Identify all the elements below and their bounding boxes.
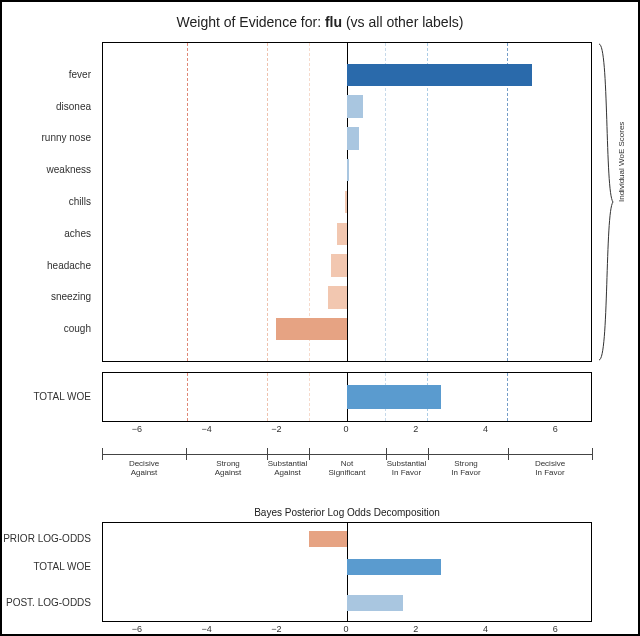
x-tick: 6 (553, 424, 558, 434)
x-tick: −6 (132, 424, 142, 434)
ref-line (507, 373, 508, 421)
ref-line (267, 373, 268, 421)
x-tick: −4 (201, 424, 211, 434)
category-label: weakness (47, 164, 91, 175)
bar (331, 254, 347, 276)
ref-line (427, 43, 428, 361)
qual-label: DecisiveAgainst (109, 460, 179, 478)
ref-line (267, 43, 268, 361)
category-label: fever (69, 68, 91, 79)
x-tick: 0 (343, 624, 348, 634)
category-label: PRIOR LOG-ODDS (3, 533, 91, 544)
category-label: sneezing (51, 291, 91, 302)
x-tick: −2 (271, 624, 281, 634)
ref-line (507, 43, 508, 361)
bar (347, 64, 532, 86)
bar (345, 191, 347, 213)
decomposition-chart (102, 522, 592, 622)
x-tick: 4 (483, 424, 488, 434)
figure-frame: Weight of Evidence for: flu (vs all othe… (0, 0, 640, 636)
page-title: Weight of Evidence for: flu (vs all othe… (2, 14, 638, 30)
category-label: chills (69, 196, 91, 207)
qualitative-axis: DecisiveAgainstStrongAgainstSubstantialA… (102, 454, 592, 484)
ref-line (309, 373, 310, 421)
category-label: disonea (56, 100, 91, 111)
x-tick: −6 (132, 624, 142, 634)
bar (337, 223, 347, 245)
category-label: aches (64, 227, 91, 238)
qual-label: DecisiveIn Favor (515, 460, 585, 478)
qual-seg (102, 448, 103, 460)
total-woe-chart (102, 372, 592, 422)
category-label: headache (47, 259, 91, 270)
bar (347, 595, 403, 612)
decomposition-title: Bayes Posterior Log Odds Decomposition (102, 507, 592, 518)
x-tick: 0 (343, 424, 348, 434)
title-label: flu (325, 14, 342, 30)
x-tick: 6 (553, 624, 558, 634)
category-label: cough (64, 323, 91, 334)
bar (347, 127, 359, 149)
bar (347, 385, 441, 409)
ref-line (309, 43, 310, 361)
ref-line (385, 43, 386, 361)
x-tick: 2 (413, 424, 418, 434)
category-label: POST. LOG-ODDS (6, 597, 91, 608)
qual-seg (186, 448, 187, 460)
title-prefix: Weight of Evidence for: (177, 14, 325, 30)
x-tick: 2 (413, 624, 418, 634)
bar (309, 531, 347, 548)
bracket-icon (597, 42, 615, 362)
qual-label: StrongIn Favor (431, 460, 501, 478)
bar (347, 159, 349, 181)
category-label: runny nose (42, 132, 91, 143)
bar (276, 318, 347, 340)
category-label: TOTAL WOE (33, 391, 91, 402)
bracket-label: Individual WoE Scores (617, 122, 626, 202)
ref-line (187, 43, 188, 361)
ref-line (187, 373, 188, 421)
x-tick: −4 (201, 624, 211, 634)
qual-seg (309, 448, 310, 460)
bar (347, 559, 441, 576)
category-label: TOTAL WOE (33, 561, 91, 572)
woe-bar-chart (102, 42, 592, 362)
qual-seg (592, 448, 593, 460)
bar (347, 95, 363, 117)
qual-seg (428, 448, 429, 460)
zero-line (347, 43, 348, 361)
qual-seg (508, 448, 509, 460)
bar (328, 286, 347, 308)
x-tick: 4 (483, 624, 488, 634)
title-suffix: (vs all other labels) (342, 14, 463, 30)
x-tick: −2 (271, 424, 281, 434)
